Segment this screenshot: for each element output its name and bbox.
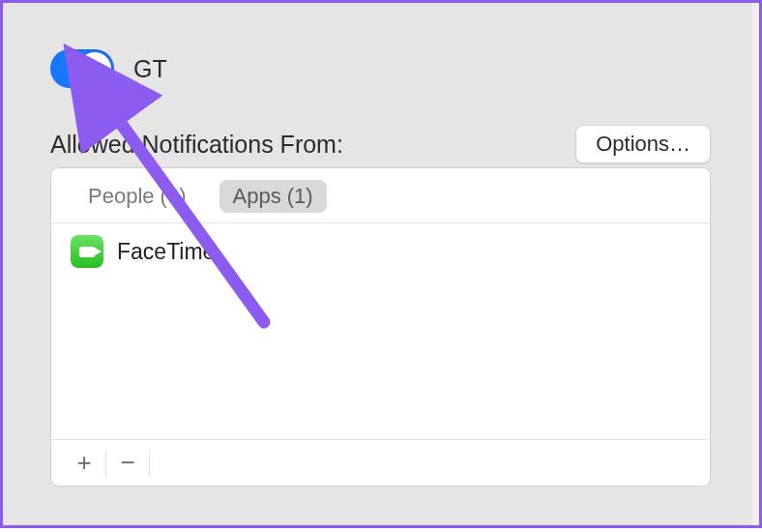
remove-button[interactable]: − [106, 447, 149, 480]
app-name-label: FaceTime [117, 239, 215, 265]
tab-people[interactable]: People (0) [74, 180, 200, 213]
add-button[interactable]: + [63, 447, 105, 480]
list-item[interactable]: FaceTime [51, 223, 710, 280]
focus-mode-name: GT [133, 55, 167, 83]
minus-icon: − [120, 448, 134, 478]
allowed-section-title: Allowed Notifications From: [50, 131, 343, 159]
preferences-pane: GT Allowed Notifications From: Options… … [0, 0, 762, 528]
panel-footer: + − [51, 439, 710, 486]
divider [149, 451, 150, 476]
options-button-label: Options… [596, 132, 690, 157]
allowed-section-header: Allowed Notifications From: Options… [50, 125, 711, 163]
tab-apps-label: Apps (1) [233, 184, 313, 208]
toggle-knob [78, 52, 111, 85]
scrollbar-track[interactable] [751, 3, 759, 525]
plus-icon: + [76, 448, 91, 478]
allowed-panel: People (0) Apps (1) FaceTime + − [50, 167, 711, 487]
facetime-icon [71, 235, 103, 268]
focus-toggle-row: GT [50, 49, 167, 88]
tab-people-label: People (0) [88, 184, 187, 208]
tabs-row: People (0) Apps (1) [51, 168, 710, 223]
tab-apps[interactable]: Apps (1) [220, 180, 327, 213]
apps-list: FaceTime [51, 223, 710, 439]
focus-enable-toggle[interactable] [50, 49, 114, 88]
options-button[interactable]: Options… [575, 125, 711, 163]
